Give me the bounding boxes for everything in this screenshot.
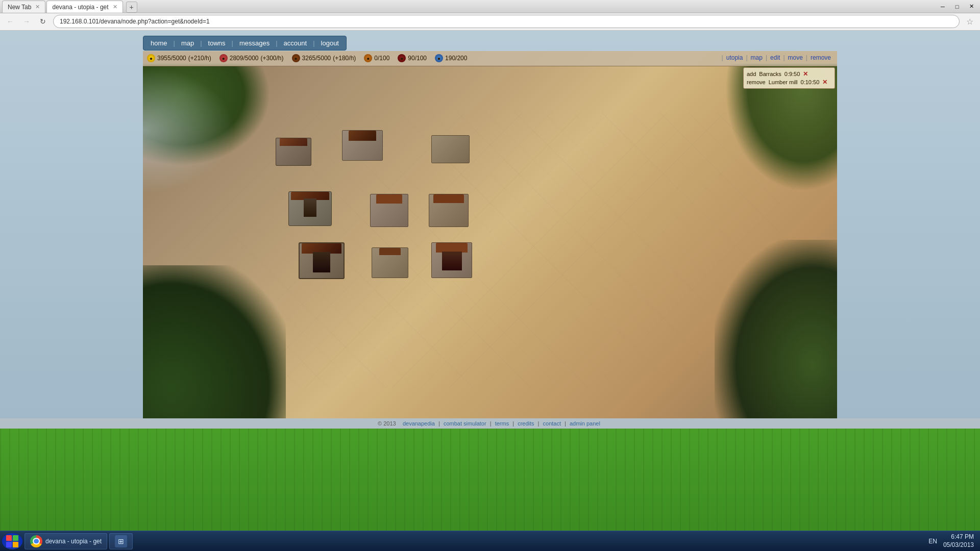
- stat-wood: ● 3265/5000 (+180/h): [292, 54, 356, 62]
- building-1[interactable]: [276, 138, 311, 166]
- top-actions: | utopia | map | edit | move | remove: [717, 51, 837, 64]
- footer-sep-3: |: [512, 420, 516, 427]
- footer-terms[interactable]: terms: [495, 420, 509, 427]
- tree-left-top: [143, 64, 271, 166]
- pop-icon: ●: [364, 54, 372, 62]
- building-5[interactable]: [370, 194, 408, 227]
- new-tab-button[interactable]: +: [126, 2, 137, 13]
- footer-devanapedia[interactable]: devanapedia: [403, 420, 435, 427]
- tab-devana[interactable]: devana - utopia - get ✕: [46, 1, 122, 13]
- pop-value: 0/100: [374, 55, 389, 62]
- queue-action-1: add: [747, 71, 756, 77]
- win-icon-bl: [6, 542, 12, 547]
- chrome-icon: [30, 535, 42, 547]
- queue-building-2: Lumber mill: [769, 79, 798, 85]
- nav-sep-3: |: [232, 39, 233, 47]
- footer-combat-simulator[interactable]: combat simulator: [444, 420, 486, 427]
- tabs-container: New Tab ✕ devana - utopia - get ✕ +: [2, 0, 137, 13]
- win-icon-tl: [6, 535, 12, 541]
- building-8[interactable]: [372, 247, 408, 278]
- action-utopia[interactable]: utopia: [724, 53, 745, 62]
- footer: © 2013 devanapedia | combat simulator | …: [0, 418, 980, 429]
- food-icon: ●: [219, 54, 228, 62]
- gold-icon: ●: [147, 54, 155, 62]
- desktop: New Tab ✕ devana - utopia - get ✕ + ─ □ …: [0, 0, 980, 551]
- stat-faith: ● 190/200: [435, 54, 467, 62]
- queue-row-2: remove Lumber mill 0:10:50 ✕: [747, 78, 831, 86]
- nav-home[interactable]: home: [145, 37, 173, 49]
- footer-sep-5: |: [565, 420, 568, 427]
- back-button[interactable]: ←: [4, 15, 16, 28]
- forward-button[interactable]: →: [20, 15, 33, 28]
- minimize-button[interactable]: ─: [936, 2, 949, 12]
- nav-towns[interactable]: towns: [203, 37, 231, 49]
- browser-window: New Tab ✕ devana - utopia - get ✕ + ─ □ …: [0, 0, 980, 429]
- maximize-button[interactable]: □: [950, 2, 964, 12]
- building-7[interactable]: [299, 242, 345, 279]
- queue-time-1: 0:9:50: [785, 71, 800, 77]
- taskbar-right: EN 6:47 PM 05/03/2013: [928, 533, 978, 549]
- footer-contact[interactable]: contact: [543, 420, 561, 427]
- queue-remove-1[interactable]: ✕: [803, 70, 808, 78]
- taskbar: devana - utopia - get ⊞ EN 6:47 PM 05/03…: [0, 531, 980, 551]
- window-controls: ─ □ ✕: [936, 2, 978, 12]
- nav-sep-4: |: [276, 39, 277, 47]
- address-input[interactable]: [53, 15, 960, 28]
- language-indicator: EN: [928, 538, 937, 545]
- clock-time: 6:47 PM: [943, 533, 974, 541]
- nav-messages[interactable]: messages: [234, 37, 275, 49]
- action-map[interactable]: map: [749, 53, 765, 62]
- queue-row-1: add Barracks 0:9:50 ✕: [747, 70, 831, 78]
- nav-map[interactable]: map: [176, 37, 199, 49]
- game-viewport[interactable]: ● 3955/5000 (+210/h) ● 2809/5000 (+300/h…: [143, 51, 837, 418]
- building-2[interactable]: [342, 130, 383, 161]
- browser-content: home | map | towns | messages | account …: [0, 31, 980, 429]
- nav-sep-2: |: [200, 39, 202, 47]
- building-4[interactable]: [288, 191, 332, 226]
- stat-pop: ● 0/100: [364, 54, 389, 62]
- page-wrapper: home | map | towns | messages | account …: [0, 31, 980, 429]
- taskbar-extra-icon: ⊞: [115, 535, 127, 547]
- win-icon-tr: [13, 535, 18, 541]
- windows-icon: [6, 535, 18, 547]
- taskbar-browser-item[interactable]: devana - utopia - get: [24, 533, 107, 549]
- time-block: 6:47 PM 05/03/2013: [943, 533, 974, 549]
- footer-sep-4: |: [538, 420, 541, 427]
- tab-devana-close[interactable]: ✕: [113, 4, 117, 10]
- food-value: 2809/5000: [230, 55, 259, 62]
- refresh-button[interactable]: ↻: [37, 15, 49, 28]
- address-bar: ← → ↻ ☆: [0, 13, 980, 31]
- nav-account[interactable]: account: [279, 37, 312, 49]
- action-edit[interactable]: edit: [768, 53, 782, 62]
- nav-logout[interactable]: logout: [316, 37, 344, 49]
- tab-devana-label: devana - utopia - get: [52, 4, 108, 11]
- game-scene: ● 3955/5000 (+210/h) ● 2809/5000 (+300/h…: [143, 51, 837, 418]
- army-value: 90/100: [408, 55, 427, 62]
- queue-time-2: 0:10:50: [801, 79, 820, 85]
- footer-credits[interactable]: credits: [518, 420, 534, 427]
- footer-admin-panel[interactable]: admin panel: [570, 420, 600, 427]
- palm-right-bottom: [715, 240, 837, 418]
- tab-new-close[interactable]: ✕: [35, 4, 40, 10]
- taskbar-browser-label: devana - utopia - get: [45, 538, 102, 545]
- clock-date: 05/03/2013: [943, 541, 974, 549]
- tab-new-label: New Tab: [8, 4, 31, 11]
- faith-icon: ●: [435, 54, 443, 62]
- win-icon-br: [13, 542, 18, 547]
- action-move[interactable]: move: [786, 53, 805, 62]
- wood-icon: ●: [292, 54, 300, 62]
- action-remove[interactable]: remove: [808, 53, 833, 62]
- title-bar: New Tab ✕ devana - utopia - get ✕ + ─ □ …: [0, 0, 980, 13]
- start-button[interactable]: [2, 533, 22, 549]
- tab-new[interactable]: New Tab ✕: [2, 1, 45, 13]
- building-3[interactable]: [431, 135, 470, 163]
- bookmark-star[interactable]: ☆: [964, 15, 976, 28]
- building-6[interactable]: [429, 194, 469, 227]
- queue-remove-2[interactable]: ✕: [822, 79, 827, 86]
- building-9[interactable]: [431, 242, 472, 278]
- wood-value: 3265/5000: [302, 55, 331, 62]
- taskbar-icon-item[interactable]: ⊞: [109, 533, 133, 549]
- faith-value: 190/200: [445, 55, 467, 62]
- close-button[interactable]: ✕: [965, 2, 978, 12]
- queue-building-1: Barracks: [759, 71, 781, 77]
